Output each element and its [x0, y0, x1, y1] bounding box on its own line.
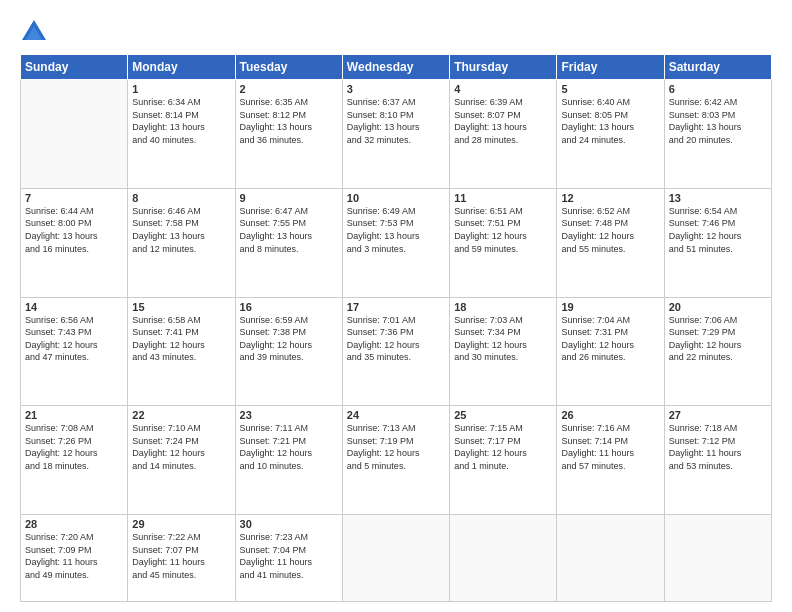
day-number: 28: [25, 518, 123, 530]
day-info: Sunrise: 6:37 AMSunset: 8:10 PMDaylight:…: [347, 96, 445, 146]
calendar-cell: 13Sunrise: 6:54 AMSunset: 7:46 PMDayligh…: [664, 188, 771, 297]
day-number: 21: [25, 409, 123, 421]
week-row-2: 14Sunrise: 6:56 AMSunset: 7:43 PMDayligh…: [21, 297, 772, 406]
day-info: Sunrise: 6:59 AMSunset: 7:38 PMDaylight:…: [240, 314, 338, 364]
day-info: Sunrise: 6:39 AMSunset: 8:07 PMDaylight:…: [454, 96, 552, 146]
day-number: 13: [669, 192, 767, 204]
week-row-1: 7Sunrise: 6:44 AMSunset: 8:00 PMDaylight…: [21, 188, 772, 297]
day-info: Sunrise: 7:18 AMSunset: 7:12 PMDaylight:…: [669, 422, 767, 472]
day-info: Sunrise: 6:51 AMSunset: 7:51 PMDaylight:…: [454, 205, 552, 255]
calendar-cell: 23Sunrise: 7:11 AMSunset: 7:21 PMDayligh…: [235, 406, 342, 515]
day-info: Sunrise: 7:16 AMSunset: 7:14 PMDaylight:…: [561, 422, 659, 472]
calendar-cell: 12Sunrise: 6:52 AMSunset: 7:48 PMDayligh…: [557, 188, 664, 297]
week-row-0: 1Sunrise: 6:34 AMSunset: 8:14 PMDaylight…: [21, 80, 772, 189]
day-info: Sunrise: 6:58 AMSunset: 7:41 PMDaylight:…: [132, 314, 230, 364]
day-info: Sunrise: 6:44 AMSunset: 8:00 PMDaylight:…: [25, 205, 123, 255]
calendar-cell: 26Sunrise: 7:16 AMSunset: 7:14 PMDayligh…: [557, 406, 664, 515]
day-info: Sunrise: 6:49 AMSunset: 7:53 PMDaylight:…: [347, 205, 445, 255]
calendar-cell: 22Sunrise: 7:10 AMSunset: 7:24 PMDayligh…: [128, 406, 235, 515]
calendar-cell: 17Sunrise: 7:01 AMSunset: 7:36 PMDayligh…: [342, 297, 449, 406]
weekday-header-friday: Friday: [557, 55, 664, 80]
header: [20, 18, 772, 46]
day-number: 18: [454, 301, 552, 313]
calendar-cell: 6Sunrise: 6:42 AMSunset: 8:03 PMDaylight…: [664, 80, 771, 189]
day-info: Sunrise: 6:56 AMSunset: 7:43 PMDaylight:…: [25, 314, 123, 364]
calendar-cell: 20Sunrise: 7:06 AMSunset: 7:29 PMDayligh…: [664, 297, 771, 406]
logo-icon: [20, 18, 48, 46]
calendar-cell: 11Sunrise: 6:51 AMSunset: 7:51 PMDayligh…: [450, 188, 557, 297]
day-number: 4: [454, 83, 552, 95]
day-info: Sunrise: 7:04 AMSunset: 7:31 PMDaylight:…: [561, 314, 659, 364]
day-number: 19: [561, 301, 659, 313]
calendar-table: SundayMondayTuesdayWednesdayThursdayFrid…: [20, 54, 772, 602]
day-number: 25: [454, 409, 552, 421]
day-info: Sunrise: 6:34 AMSunset: 8:14 PMDaylight:…: [132, 96, 230, 146]
day-number: 6: [669, 83, 767, 95]
logo: [20, 18, 50, 46]
calendar-header: SundayMondayTuesdayWednesdayThursdayFrid…: [21, 55, 772, 80]
calendar-cell: 25Sunrise: 7:15 AMSunset: 7:17 PMDayligh…: [450, 406, 557, 515]
calendar-cell: 10Sunrise: 6:49 AMSunset: 7:53 PMDayligh…: [342, 188, 449, 297]
week-row-4: 28Sunrise: 7:20 AMSunset: 7:09 PMDayligh…: [21, 515, 772, 602]
week-row-3: 21Sunrise: 7:08 AMSunset: 7:26 PMDayligh…: [21, 406, 772, 515]
calendar-cell: [342, 515, 449, 602]
day-number: 2: [240, 83, 338, 95]
day-info: Sunrise: 7:08 AMSunset: 7:26 PMDaylight:…: [25, 422, 123, 472]
weekday-header-wednesday: Wednesday: [342, 55, 449, 80]
day-info: Sunrise: 7:15 AMSunset: 7:17 PMDaylight:…: [454, 422, 552, 472]
calendar-cell: 5Sunrise: 6:40 AMSunset: 8:05 PMDaylight…: [557, 80, 664, 189]
calendar-cell: 28Sunrise: 7:20 AMSunset: 7:09 PMDayligh…: [21, 515, 128, 602]
day-info: Sunrise: 7:10 AMSunset: 7:24 PMDaylight:…: [132, 422, 230, 472]
day-number: 29: [132, 518, 230, 530]
day-info: Sunrise: 6:54 AMSunset: 7:46 PMDaylight:…: [669, 205, 767, 255]
day-info: Sunrise: 6:47 AMSunset: 7:55 PMDaylight:…: [240, 205, 338, 255]
weekday-header-monday: Monday: [128, 55, 235, 80]
day-number: 26: [561, 409, 659, 421]
day-info: Sunrise: 6:46 AMSunset: 7:58 PMDaylight:…: [132, 205, 230, 255]
calendar-cell: 30Sunrise: 7:23 AMSunset: 7:04 PMDayligh…: [235, 515, 342, 602]
day-number: 10: [347, 192, 445, 204]
day-number: 9: [240, 192, 338, 204]
day-info: Sunrise: 7:22 AMSunset: 7:07 PMDaylight:…: [132, 531, 230, 581]
calendar-cell: 2Sunrise: 6:35 AMSunset: 8:12 PMDaylight…: [235, 80, 342, 189]
day-info: Sunrise: 7:06 AMSunset: 7:29 PMDaylight:…: [669, 314, 767, 364]
calendar-cell: 19Sunrise: 7:04 AMSunset: 7:31 PMDayligh…: [557, 297, 664, 406]
day-number: 7: [25, 192, 123, 204]
day-info: Sunrise: 7:13 AMSunset: 7:19 PMDaylight:…: [347, 422, 445, 472]
day-info: Sunrise: 6:52 AMSunset: 7:48 PMDaylight:…: [561, 205, 659, 255]
weekday-header-thursday: Thursday: [450, 55, 557, 80]
day-info: Sunrise: 6:42 AMSunset: 8:03 PMDaylight:…: [669, 96, 767, 146]
page: SundayMondayTuesdayWednesdayThursdayFrid…: [0, 0, 792, 612]
day-number: 11: [454, 192, 552, 204]
calendar-cell: 1Sunrise: 6:34 AMSunset: 8:14 PMDaylight…: [128, 80, 235, 189]
calendar-cell: 8Sunrise: 6:46 AMSunset: 7:58 PMDaylight…: [128, 188, 235, 297]
day-number: 14: [25, 301, 123, 313]
calendar-cell: 15Sunrise: 6:58 AMSunset: 7:41 PMDayligh…: [128, 297, 235, 406]
calendar-cell: 7Sunrise: 6:44 AMSunset: 8:00 PMDaylight…: [21, 188, 128, 297]
calendar-body: 1Sunrise: 6:34 AMSunset: 8:14 PMDaylight…: [21, 80, 772, 602]
day-number: 24: [347, 409, 445, 421]
calendar-cell: [557, 515, 664, 602]
calendar-cell: 9Sunrise: 6:47 AMSunset: 7:55 PMDaylight…: [235, 188, 342, 297]
day-number: 22: [132, 409, 230, 421]
day-info: Sunrise: 7:20 AMSunset: 7:09 PMDaylight:…: [25, 531, 123, 581]
day-number: 5: [561, 83, 659, 95]
day-number: 8: [132, 192, 230, 204]
day-number: 20: [669, 301, 767, 313]
day-number: 17: [347, 301, 445, 313]
calendar-cell: 16Sunrise: 6:59 AMSunset: 7:38 PMDayligh…: [235, 297, 342, 406]
day-info: Sunrise: 7:23 AMSunset: 7:04 PMDaylight:…: [240, 531, 338, 581]
day-number: 16: [240, 301, 338, 313]
day-number: 15: [132, 301, 230, 313]
day-number: 23: [240, 409, 338, 421]
calendar-cell: 3Sunrise: 6:37 AMSunset: 8:10 PMDaylight…: [342, 80, 449, 189]
day-number: 27: [669, 409, 767, 421]
calendar-cell: 4Sunrise: 6:39 AMSunset: 8:07 PMDaylight…: [450, 80, 557, 189]
day-number: 30: [240, 518, 338, 530]
calendar-cell: [450, 515, 557, 602]
calendar-cell: 29Sunrise: 7:22 AMSunset: 7:07 PMDayligh…: [128, 515, 235, 602]
weekday-header-saturday: Saturday: [664, 55, 771, 80]
day-info: Sunrise: 6:35 AMSunset: 8:12 PMDaylight:…: [240, 96, 338, 146]
day-info: Sunrise: 7:01 AMSunset: 7:36 PMDaylight:…: [347, 314, 445, 364]
weekday-header-tuesday: Tuesday: [235, 55, 342, 80]
